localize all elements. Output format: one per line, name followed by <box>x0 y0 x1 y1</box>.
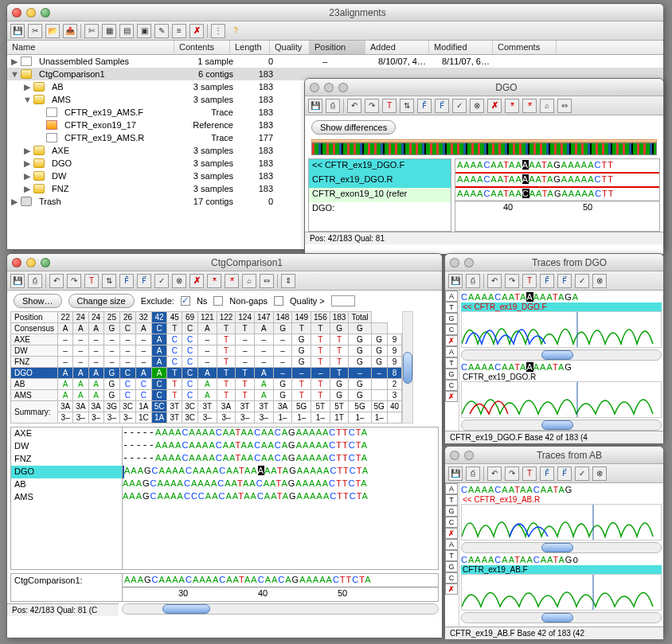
seq-row-label[interactable]: DGO <box>11 466 122 478</box>
quality-checkbox[interactable] <box>274 296 283 306</box>
vscroll-thumb[interactable] <box>403 352 412 384</box>
base-toggle-G[interactable]: G <box>445 561 458 572</box>
expand-icon[interactable]: ▼ <box>23 95 31 104</box>
prev-icon[interactable]: F̄ <box>540 274 554 288</box>
star-prev-icon[interactable]: *̄ <box>207 274 221 288</box>
seq-row-label[interactable]: AMS <box>11 491 122 504</box>
close-icon[interactable] <box>12 8 21 18</box>
seq-row[interactable]: -----AAAACAAAACAATAACAACAGAAAAACTTCTA <box>123 453 438 466</box>
base-toggle-T[interactable]: T <box>445 357 458 369</box>
next-icon[interactable]: F⃗ <box>557 466 572 481</box>
base-toggle-T[interactable]: T <box>445 494 458 505</box>
comparison-grid[interactable]: Position22242425263242456912112212414714… <box>10 311 402 423</box>
column-header-position[interactable]: Position <box>310 41 365 54</box>
cut-icon[interactable]: ✄ <box>84 24 99 38</box>
star-next-icon[interactable]: *⃗ <box>522 99 537 113</box>
base-toggle-G[interactable]: G <box>445 369 458 380</box>
find-icon[interactable]: ⌕ <box>242 274 256 288</box>
save-icon[interactable]: 💾 <box>10 274 25 288</box>
next-icon[interactable]: F⃗ <box>137 274 151 288</box>
column-header-modified[interactable]: Modified <box>429 41 493 54</box>
import-icon[interactable]: 📂 <box>45 24 60 38</box>
list-icon[interactable]: ⋮ <box>211 24 225 38</box>
check-icon[interactable]: ✓ <box>575 466 589 481</box>
expand-icon[interactable]: ⇔ <box>260 274 274 288</box>
seq-icon[interactable]: ≡ <box>172 24 186 38</box>
hscroll[interactable] <box>122 603 439 615</box>
expand-icon[interactable]: ▶ <box>23 171 31 181</box>
sort-icon[interactable]: ⇅ <box>400 99 414 113</box>
next-blue-icon[interactable]: F⃗ <box>435 99 449 113</box>
column-header-length[interactable]: Length <box>230 41 270 54</box>
check-icon[interactable]: ✓ <box>575 274 589 288</box>
clear-icon[interactable]: ✗ <box>445 584 458 595</box>
help-icon[interactable]: ? <box>229 24 243 38</box>
prev-icon[interactable]: F̄ <box>119 274 134 288</box>
close-icon[interactable] <box>310 83 319 92</box>
export-icon[interactable]: 📤 <box>63 24 77 38</box>
sort-icon[interactable]: ⇅ <box>102 274 116 288</box>
column-header-name[interactable]: Name <box>7 41 174 54</box>
base-toggle-A[interactable]: A <box>445 346 458 357</box>
base-toggle-A[interactable]: A <box>445 483 458 494</box>
clear-icon[interactable]: ✗ <box>445 391 458 402</box>
seq-row[interactable]: -----AAAACAAAACAATAACAACAGAAAAACTTCTA <box>123 427 438 440</box>
hscroll[interactable] <box>461 349 662 361</box>
overview-barcode[interactable] <box>311 142 657 155</box>
star-next-icon[interactable]: *⃗ <box>225 274 239 288</box>
sample-label[interactable]: DGO: <box>309 202 451 217</box>
sample-label[interactable]: CFTR_exon19_10 (refer <box>309 188 451 202</box>
nongaps-checkbox[interactable] <box>213 296 223 306</box>
column-header-quality[interactable]: Quality <box>270 41 310 54</box>
expand-icon[interactable]: ▼ <box>10 69 18 79</box>
sequence-view[interactable]: AAAACAATAAAAATAGAAAAACTT AAAACAATAAAAATA… <box>455 158 660 232</box>
redo-icon[interactable]: ↷ <box>505 274 519 288</box>
star-prev-icon[interactable]: *̄ <box>505 99 519 113</box>
text-icon[interactable]: T <box>522 466 537 481</box>
base-toggle-C[interactable]: C <box>445 572 458 584</box>
base-toggle-A[interactable]: A <box>445 539 458 550</box>
seq-row[interactable]: AAAGCAAAACCCAACAATAACAATAGAAAAACTTCTA <box>123 491 438 504</box>
base-toggle-A[interactable]: A <box>445 291 458 302</box>
undo-icon[interactable]: ↶ <box>487 274 502 288</box>
save-icon[interactable]: 💾 <box>448 466 463 481</box>
hscroll[interactable] <box>461 612 662 623</box>
expand-icon[interactable]: ▶ <box>23 82 31 92</box>
print-icon[interactable]: ⎙ <box>466 274 480 288</box>
minimize-icon[interactable] <box>464 451 474 460</box>
seq-row-label[interactable]: FNZ <box>11 453 122 466</box>
sample-label[interactable]: CFTR_ex19_DGO.R <box>309 174 451 188</box>
titlebar[interactable]: Traces from AB <box>445 447 663 464</box>
expand-icon[interactable]: ▶ <box>23 158 31 169</box>
print-icon[interactable]: ⎙ <box>466 466 480 481</box>
titlebar[interactable]: 23alignments <box>7 4 663 21</box>
zoom-icon[interactable] <box>41 8 50 18</box>
prev-icon[interactable]: F̄ <box>540 466 554 481</box>
minimize-icon[interactable] <box>26 8 36 18</box>
clear-icon[interactable]: ✗ <box>445 335 458 346</box>
base-toggle-C[interactable]: C <box>445 380 458 391</box>
expand-icon[interactable]: ▶ <box>23 184 31 194</box>
cancel-icon[interactable]: ⊗ <box>592 274 607 288</box>
redo-icon[interactable]: ↷ <box>365 99 379 113</box>
delete-icon[interactable]: ✗ <box>189 274 204 288</box>
trace-chromatogram[interactable] <box>461 381 662 418</box>
edit-icon[interactable]: ✎ <box>154 24 169 38</box>
titlebar[interactable]: DGO <box>305 79 663 96</box>
cancel-icon[interactable]: ⊗ <box>470 99 484 113</box>
trace-chromatogram[interactable] <box>461 574 662 611</box>
undo-icon[interactable]: ↶ <box>49 274 64 288</box>
seq-alignment[interactable]: -----AAAACAAAACAATAACAACAGAAAAACTTCTA---… <box>123 427 438 569</box>
tool-icon[interactable]: ✂ <box>28 24 42 38</box>
save-icon[interactable]: 💾 <box>308 99 322 113</box>
tag-icon[interactable]: ▣ <box>137 24 151 38</box>
seq-row-label[interactable]: AB <box>11 478 122 491</box>
expand-icon[interactable]: ⇔ <box>557 99 572 113</box>
cancel-icon[interactable]: ⊗ <box>592 466 607 481</box>
text-icon[interactable]: T <box>522 274 537 288</box>
cancel-icon[interactable]: ⊗ <box>172 274 186 288</box>
base-toggle-C[interactable]: C <box>445 517 458 528</box>
expand-icon[interactable]: ▶ <box>23 146 31 156</box>
tree-row[interactable]: ▶ Unassembled Samples 1 sample 0 – 8/10/… <box>7 55 663 68</box>
titlebar[interactable]: Traces from DGO <box>445 254 663 271</box>
